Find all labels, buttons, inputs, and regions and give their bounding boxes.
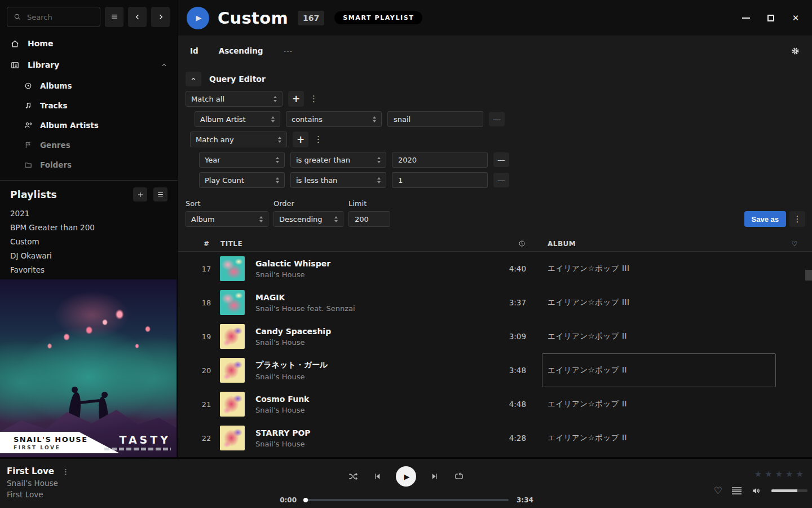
- record-label-text: TASTY: [104, 433, 171, 446]
- next-track-button[interactable]: [430, 472, 439, 481]
- column-liked[interactable]: ♡: [777, 240, 812, 248]
- playlist-list-button[interactable]: [153, 187, 167, 202]
- star-icon[interactable]: ★: [785, 469, 793, 479]
- like-button[interactable]: ♡: [714, 485, 722, 496]
- seek-bar[interactable]: [304, 499, 509, 501]
- playlist-item[interactable]: Custom: [0, 234, 178, 248]
- group-kebab-menu[interactable]: ⋮: [314, 134, 322, 144]
- track-album[interactable]: エイリアン☆ポップ II: [548, 331, 627, 341]
- track-row[interactable]: 21 Cosmo Funk Snail’s House 4:48 エイリアン☆ポ…: [178, 387, 812, 421]
- column-title[interactable]: TITLE: [220, 240, 242, 248]
- queue-button[interactable]: [732, 487, 742, 494]
- remove-rule-button[interactable]: —: [493, 173, 509, 187]
- rule-value-input[interactable]: [387, 111, 483, 127]
- sidebar-item-genres[interactable]: Genres: [0, 135, 178, 155]
- track-row[interactable]: 17 Galactic Whisper Snail’s House 4:40 エ…: [178, 252, 812, 286]
- star-icon[interactable]: ★: [754, 469, 762, 479]
- rule-value-input[interactable]: [392, 152, 488, 168]
- limit-input[interactable]: [348, 211, 390, 227]
- match-mode-select[interactable]: Match any: [190, 132, 287, 147]
- track-album[interactable]: エイリアン☆ポップ II: [548, 365, 627, 375]
- playlist-item[interactable]: Favorites: [0, 262, 178, 277]
- track-row[interactable]: 22 STARRY POP Snail’s House 4:28 エイリアン☆ポ…: [178, 421, 812, 455]
- track-album[interactable]: エイリアン☆ポップ II: [548, 399, 627, 409]
- track-row[interactable]: 20 プラネット・ガール Snail’s House 3:48 エイリアン☆ポッ…: [178, 353, 812, 387]
- search-input[interactable]: [27, 13, 94, 21]
- shuffle-button[interactable]: [347, 471, 359, 482]
- select-value: Album: [191, 215, 215, 224]
- column-number[interactable]: #: [195, 240, 218, 248]
- track-row[interactable]: 18 MAGIK Snail’s House feat. Sennzai 3:3…: [178, 286, 812, 319]
- track-album[interactable]: エイリアン☆ポップ III: [548, 264, 629, 274]
- sidebar-item-tracks[interactable]: Tracks: [0, 95, 178, 115]
- star-icon[interactable]: ★: [765, 469, 772, 479]
- collapse-query-editor-button[interactable]: [186, 72, 201, 86]
- sidebar-item-albums[interactable]: Albums: [0, 76, 178, 95]
- rule-operator-select[interactable]: contains: [286, 111, 382, 127]
- previous-track-button[interactable]: [373, 472, 382, 481]
- track-album[interactable]: エイリアン☆ポップ II: [548, 433, 627, 443]
- group-kebab-menu[interactable]: ⋮: [310, 94, 317, 104]
- add-rule-button[interactable]: +: [288, 91, 304, 107]
- remove-rule-button[interactable]: —: [493, 152, 509, 167]
- column-album[interactable]: ALBUM: [526, 240, 777, 248]
- sort-direction-button[interactable]: Ascending: [219, 46, 263, 55]
- settings-button[interactable]: [791, 46, 800, 56]
- scrollbar-thumb[interactable]: [805, 270, 812, 281]
- column-duration[interactable]: [481, 239, 526, 248]
- star-icon[interactable]: ★: [796, 469, 804, 479]
- playlist-item[interactable]: BPM Greater than 200: [0, 220, 178, 234]
- rule-field-select[interactable]: Album Artist: [195, 111, 280, 127]
- track-title: MAGIK: [255, 293, 481, 302]
- match-mode-select[interactable]: Match all: [186, 91, 283, 107]
- search-icon: [13, 12, 22, 21]
- folder-icon: [24, 160, 33, 169]
- rule-operator-select[interactable]: is greater than: [290, 152, 386, 168]
- seek-handle[interactable]: [303, 498, 308, 502]
- add-rule-button[interactable]: +: [293, 132, 308, 147]
- focused-album-cell[interactable]: エイリアン☆ポップ II: [526, 353, 777, 387]
- now-playing-kebab-menu[interactable]: ⋮: [62, 467, 69, 476]
- more-options-icon[interactable]: ⋯: [284, 46, 293, 56]
- menu-button[interactable]: [105, 7, 123, 27]
- sidebar-item-home[interactable]: Home: [0, 33, 178, 54]
- star-icon[interactable]: ★: [775, 469, 783, 479]
- minimize-button[interactable]: [738, 10, 754, 26]
- query-kebab-menu[interactable]: ⋮: [789, 211, 805, 227]
- maximize-button[interactable]: [763, 10, 779, 26]
- save-as-button[interactable]: Save as: [744, 211, 786, 227]
- nav-forward-button[interactable]: [151, 7, 170, 27]
- rule-field-select[interactable]: Play Count: [199, 172, 285, 188]
- sidebar-item-label: Home: [28, 39, 53, 48]
- playlist-item[interactable]: DJ Okawari: [0, 248, 178, 262]
- close-button[interactable]: ✕: [788, 10, 804, 26]
- volume-button[interactable]: [751, 485, 762, 496]
- sidebar-top-bar: [0, 0, 178, 33]
- sort-select[interactable]: Album: [186, 211, 268, 227]
- select-updown-icon: [273, 137, 281, 143]
- music-note-icon: [24, 101, 33, 110]
- rule-field-select[interactable]: Year: [199, 152, 285, 168]
- sidebar-item-folders[interactable]: Folders: [0, 155, 178, 174]
- play-playlist-button[interactable]: ▶: [187, 7, 209, 29]
- rule-value-input[interactable]: [392, 172, 488, 188]
- collapse-chevron-up-icon[interactable]: [161, 62, 167, 68]
- repeat-button[interactable]: [453, 471, 465, 482]
- playlists-title: Playlists: [10, 189, 127, 200]
- sidebar-item-library[interactable]: Library: [0, 54, 178, 76]
- nav-back-button[interactable]: [128, 7, 147, 27]
- playlist-item[interactable]: 2021: [0, 206, 178, 220]
- now-playing-album-art[interactable]: SNAIL'S HOUSE FIRST LOVE TASTY: [0, 279, 176, 457]
- rule-operator-select[interactable]: is less than: [290, 172, 386, 188]
- volume-slider[interactable]: [771, 489, 807, 492]
- track-row[interactable]: 19 Candy Spaceship Snail’s House 3:09 エイ…: [178, 319, 812, 353]
- sidebar-item-album-artists[interactable]: Album Artists: [0, 115, 178, 135]
- track-album[interactable]: エイリアン☆ポップ III: [548, 297, 629, 308]
- add-playlist-button[interactable]: [133, 187, 147, 202]
- track-thumbnail: [220, 290, 245, 315]
- remove-rule-button[interactable]: —: [489, 112, 505, 126]
- sort-field-button[interactable]: Id: [190, 46, 198, 55]
- search-box[interactable]: [7, 7, 100, 27]
- order-select[interactable]: Descending: [273, 211, 343, 227]
- play-pause-button[interactable]: ▶: [396, 466, 416, 487]
